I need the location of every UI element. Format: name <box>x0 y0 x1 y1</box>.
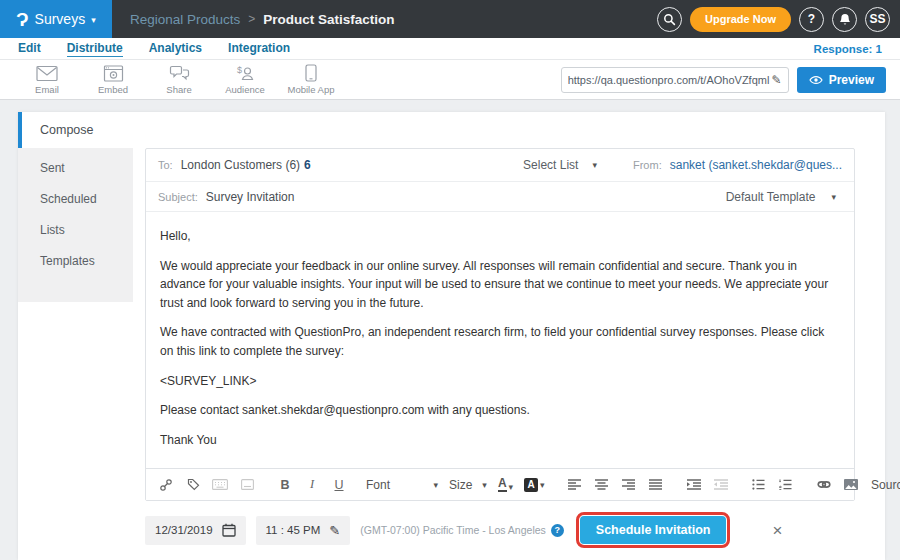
recipient-count[interactable]: 6 <box>304 158 311 172</box>
insert-field-button <box>239 475 255 495</box>
survey-url-input[interactable] <box>568 74 772 86</box>
email-envelope-icon <box>36 65 58 82</box>
schedule-date-picker[interactable]: 12/31/2019 <box>145 516 246 545</box>
body-paragraph: We have contracted with QuestionPro, an … <box>160 323 840 360</box>
schedule-invitation-button[interactable]: Schedule Invitation <box>580 516 727 544</box>
insert-image-button[interactable] <box>843 475 859 495</box>
email-editor: To: London Customers (6) 6 Select List ▾… <box>145 148 855 501</box>
notifications-button[interactable] <box>832 7 857 32</box>
edit-url-icon[interactable]: ✎ <box>772 73 782 87</box>
font-size-dropdown[interactable]: Size ▾ <box>449 478 487 492</box>
bullet-list-icon <box>752 479 765 490</box>
subject-row: Subject: Survey Invitation Default Templ… <box>146 182 854 212</box>
chevron-down-icon: ▾ <box>592 160 597 170</box>
numbered-list-button[interactable] <box>778 475 794 495</box>
question-icon: ? <box>808 12 815 26</box>
subject-input[interactable]: Survey Invitation <box>206 190 295 204</box>
channel-share[interactable]: Share <box>146 65 212 95</box>
sidebar-item-label: Compose <box>18 123 94 137</box>
user-avatar[interactable]: SS <box>865 7 890 32</box>
email-sidebar: Sent Scheduled Lists Templates <box>18 148 133 302</box>
preview-label: Preview <box>829 73 874 87</box>
channel-label: Email <box>35 84 59 95</box>
hyperlink-button[interactable] <box>816 475 832 495</box>
survey-url-field[interactable]: ✎ <box>561 67 789 93</box>
channel-email[interactable]: Email <box>14 65 80 95</box>
channel-mobile-app[interactable]: Mobile App <box>278 64 344 95</box>
channel-audience[interactable]: $ Audience <box>212 65 278 95</box>
from-address[interactable]: sanket (sanket.shekdar@ques... <box>670 158 842 172</box>
top-header: Ɂ Surveys ▾ Regional Products > Product … <box>0 0 900 38</box>
timezone-help-icon[interactable]: ? <box>551 524 564 537</box>
breadcrumb-survey-name: Product Satisfaction <box>263 12 394 27</box>
font-family-dropdown[interactable]: Font ▾ <box>366 478 438 492</box>
text-color-button[interactable]: A ▾ <box>498 477 513 493</box>
breadcrumb-folder[interactable]: Regional Products <box>130 12 240 27</box>
background-color-button[interactable]: A ▾ <box>524 478 545 492</box>
align-left-button[interactable] <box>567 475 583 495</box>
tab-analytics[interactable]: Analytics <box>149 41 202 56</box>
tab-integration[interactable]: Integration <box>228 41 290 56</box>
to-row: To: London Customers (6) 6 Select List ▾… <box>146 149 854 182</box>
preview-button[interactable]: Preview <box>797 67 886 93</box>
keyboard-icon <box>212 479 228 490</box>
justify-icon <box>649 479 662 490</box>
align-right-button[interactable] <box>621 475 637 495</box>
close-icon[interactable]: × <box>772 522 782 539</box>
tab-edit[interactable]: Edit <box>18 41 41 56</box>
bulleted-list-button[interactable] <box>751 475 767 495</box>
channel-label: Mobile App <box>287 84 334 95</box>
tab-distribute[interactable]: Distribute <box>67 41 123 57</box>
channel-label: Embed <box>98 84 128 95</box>
align-center-button[interactable] <box>594 475 610 495</box>
link-oval-icon <box>817 480 831 489</box>
source-button[interactable]: Source <box>881 475 897 495</box>
response-count[interactable]: Response: 1 <box>814 43 882 55</box>
channel-embed[interactable]: Embed <box>80 65 146 95</box>
sidebar-item-templates[interactable]: Templates <box>18 245 133 276</box>
decrease-indent-button <box>713 475 729 495</box>
to-recipients[interactable]: London Customers (6) <box>181 158 300 172</box>
chevron-down-icon: ▾ <box>509 482 514 492</box>
sidebar-item-label: Scheduled <box>40 192 97 206</box>
bold-button[interactable]: B <box>277 475 293 495</box>
product-switcher[interactable]: Ɂ Surveys ▾ <box>0 0 112 38</box>
numbered-list-icon <box>779 479 792 490</box>
from-label: From: <box>633 159 662 171</box>
search-button[interactable] <box>657 7 682 32</box>
sidebar-item-compose[interactable]: Compose <box>18 112 133 148</box>
underline-button[interactable]: U <box>331 475 347 495</box>
help-button[interactable]: ? <box>799 7 824 32</box>
increase-indent-button[interactable] <box>686 475 702 495</box>
calendar-icon <box>222 523 236 537</box>
field-box-icon <box>241 479 254 490</box>
source-label: Source <box>871 478 900 492</box>
bg-color-label: A <box>524 478 538 492</box>
header-actions: Upgrade Now ? SS <box>657 0 890 38</box>
sidebar-item-sent[interactable]: Sent <box>18 152 133 183</box>
sidebar-item-lists[interactable]: Lists <box>18 214 133 245</box>
upgrade-now-button[interactable]: Upgrade Now <box>690 7 791 32</box>
schedule-time-picker[interactable]: 11 : 45 PM ✎ <box>256 516 351 545</box>
italic-button[interactable]: I <box>304 475 320 495</box>
audience-icon: $ <box>234 65 256 82</box>
select-list-dropdown[interactable]: Select List ▾ <box>523 158 597 172</box>
timezone-info: (GMT-07:00) Pacific Time - Los Angeles ? <box>360 524 564 537</box>
insert-link-button[interactable] <box>158 475 174 495</box>
image-icon <box>844 479 858 490</box>
template-dropdown[interactable]: Default Template ▾ <box>726 190 836 204</box>
sidebar-item-scheduled[interactable]: Scheduled <box>18 183 133 214</box>
breadcrumb: Regional Products > Product Satisfaction <box>130 12 395 27</box>
survey-subnav: Edit Distribute Analytics Integration Re… <box>0 38 900 60</box>
body-paragraph: Thank You <box>160 431 840 450</box>
email-body-editor[interactable]: Hello, We would appreciate your feedback… <box>146 212 854 468</box>
timezone-label: (GMT-07:00) Pacific Time - Los Angeles <box>360 524 546 536</box>
outdent-icon <box>714 479 728 490</box>
questionpro-logo-icon: Ɂ <box>16 10 28 29</box>
justify-button[interactable] <box>648 475 664 495</box>
align-right-icon <box>622 479 635 490</box>
distribute-content: Compose Sent Scheduled Lists Templates T… <box>0 100 900 560</box>
distribute-channel-toolbar: Email Embed Share $ Audience Mobile App … <box>0 60 900 100</box>
merge-tag-button[interactable] <box>185 475 201 495</box>
formatting-toolbar: B I U Font ▾ Size ▾ A ▾ A ▾ <box>146 468 854 500</box>
